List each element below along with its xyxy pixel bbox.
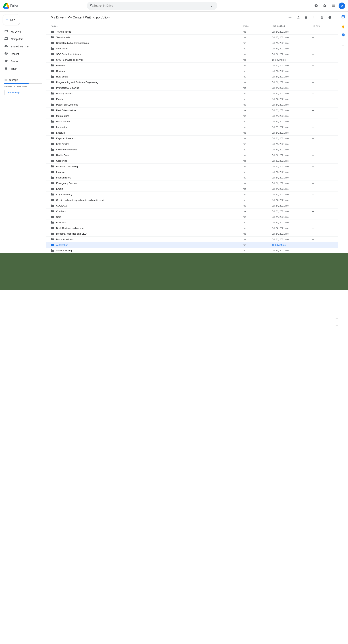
table-row[interactable]: Credit, bad credit, good credit and cred… — [46, 197, 338, 203]
file-name-cell: Cryptocurrency — [51, 193, 243, 196]
avatar[interactable]: U — [338, 2, 345, 9]
file-modified: Jul 24, 2021 me — [272, 176, 312, 179]
table-row[interactable]: Skin Niche me Jul 24, 2021 me — — [46, 46, 338, 52]
apps-button[interactable] — [330, 2, 337, 10]
folder-icon — [51, 198, 54, 202]
table-row[interactable]: Influencers Reviews me Jul 24, 2021 me — — [46, 147, 338, 152]
table-row[interactable]: Blogging, Websites and SEO me Jul 24, 20… — [46, 231, 338, 236]
table-row[interactable]: Affiliate Writing me Jul 24, 2021 me — — [46, 248, 338, 254]
table-row[interactable]: Peter Pan Syndrome me Jul 24, 2021 me — — [46, 102, 338, 108]
move-to-trash-button[interactable] — [302, 14, 310, 21]
table-row[interactable]: Tourism Niche me Jul 24, 2021 me — — [46, 29, 338, 34]
table-row[interactable]: SAS - Software as service me 10:08 AM me… — [46, 57, 338, 63]
get-link-button[interactable] — [286, 14, 294, 21]
table-row[interactable]: Reviews me Jul 24, 2021 me — — [46, 63, 338, 68]
sidebar-item-shared[interactable]: Shared with me — [0, 43, 44, 50]
settings-button[interactable] — [321, 2, 328, 10]
file-modified: Jul 24, 2021 me — [272, 148, 312, 151]
table-row[interactable]: Make Money me Jul 24, 2021 me — — [46, 119, 338, 124]
file-owner: me — [243, 86, 272, 89]
table-row[interactable]: Automation me 10:08 AM me — — [46, 242, 338, 248]
file-size: — — [312, 160, 333, 162]
table-row[interactable]: Chatbots me Jul 24, 2021 me — — [46, 208, 338, 214]
table-row[interactable]: Emergency Survival me Jul 24, 2021 me — — [46, 180, 338, 186]
file-name: Blogging, Websites and SEO — [56, 232, 86, 235]
table-row[interactable]: Programming and Software Engineering me … — [46, 80, 338, 85]
table-row[interactable]: Gardening me Jul 28, 2021 me — — [46, 158, 338, 164]
tasks-panel-button[interactable] — [339, 31, 347, 38]
file-size: — — [312, 75, 333, 78]
more-options-button[interactable] — [310, 14, 317, 21]
table-row[interactable]: Business me Jul 24, 2021 me — — [46, 220, 338, 225]
file-owner: me — [243, 199, 272, 202]
file-owner: me — [243, 165, 272, 168]
table-row[interactable]: Pest Exterminators me Jul 24, 2021 me — — [46, 108, 338, 113]
table-row[interactable]: SEO Optimized Articles me Jul 24, 2021 m… — [46, 52, 338, 57]
file-owner: me — [243, 30, 272, 33]
folder-icon — [51, 52, 54, 56]
table-row[interactable]: Emails me Jul 24, 2021 me — — [46, 186, 338, 192]
search-options-icon[interactable] — [211, 4, 214, 8]
table-row[interactable]: Professional Cleaning me Jul 24, 2021 me… — [46, 85, 338, 91]
file-name: Chatbots — [56, 210, 66, 213]
file-modified: Jul 24, 2021 me — [272, 232, 312, 235]
storage-usage-text: 9.69 GB of 15 GB used — [4, 85, 42, 88]
file-modified: Jul 24, 2021 me — [272, 199, 312, 202]
table-row[interactable]: Fashion Niche me Jul 24, 2021 me — — [46, 175, 338, 180]
folder-icon — [51, 226, 54, 230]
breadcrumb-current[interactable]: My Content Writing portfolio ▾ — [67, 16, 110, 19]
table-row[interactable]: Finance me Jul 24, 2021 me — — [46, 169, 338, 175]
breadcrumb-root[interactable]: My Drive — [51, 16, 64, 19]
buy-storage-button[interactable]: Buy storage — [4, 90, 23, 95]
notes-icon — [341, 25, 345, 29]
table-row[interactable]: Cars me Jul 24, 2021 me — — [46, 214, 338, 220]
folder-icon — [51, 165, 54, 168]
table-row[interactable]: Real Estate me Jul 24, 2021 me — — [46, 74, 338, 80]
table-row[interactable]: Mental Care me Jul 24, 2021 me — — [46, 113, 338, 119]
view-grid-button[interactable] — [318, 14, 325, 21]
table-row[interactable]: Keto Articles me Jul 24, 2021 me — — [46, 141, 338, 147]
table-row[interactable]: Recipes me Jul 24, 2021 me — — [46, 68, 338, 74]
table-row[interactable]: Book Reviews and authors me Jul 24, 2021… — [46, 225, 338, 231]
notes-panel-button[interactable] — [339, 23, 347, 30]
table-row[interactable]: Keyword Research me Jul 24, 2021 me — — [46, 136, 338, 141]
table-row[interactable]: Cryptocurrency me Jul 24, 2021 me — — [46, 192, 338, 197]
file-name: Social Media Marketing Copies — [56, 42, 89, 44]
sidebar-item-recent[interactable]: Recent — [0, 50, 44, 58]
folder-icon — [51, 58, 54, 61]
table-row[interactable]: Black Americans me Jul 24, 2021 me — — [46, 236, 338, 242]
table-row[interactable]: Social Media Marketing Copies me Jul 24,… — [46, 40, 338, 46]
table-row[interactable]: COVID 19 me Jul 24, 2021 me — — [46, 203, 338, 208]
search-bar[interactable] — [87, 2, 217, 10]
folder-icon — [51, 64, 54, 67]
column-name-header[interactable]: Name ↓ — [51, 25, 243, 27]
share-button[interactable] — [294, 14, 302, 21]
file-size: — — [312, 103, 333, 106]
table-row[interactable]: Health Care me Jul 24, 2021 me — — [46, 152, 338, 158]
folder-icon — [51, 36, 54, 39]
search-input[interactable] — [93, 4, 211, 8]
right-panel-divider-1 — [341, 22, 345, 22]
table-row[interactable]: Tesla for sale me Jul 25, 2021 me — — [46, 34, 338, 40]
file-modified: Jul 24, 2021 me — [272, 30, 312, 33]
file-modified: Jul 24, 2021 me — [272, 249, 312, 252]
file-name: Locksmith — [56, 126, 67, 128]
sidebar-item-starred[interactable]: Starred — [0, 58, 44, 65]
file-modified: Jul 24, 2021 me — [272, 64, 312, 67]
sidebar-item-my-drive[interactable]: My Drive — [0, 28, 44, 35]
view-info-button[interactable] — [326, 14, 333, 21]
table-row[interactable]: Lifestyle me Jul 24, 2021 me — — [46, 130, 338, 136]
new-button[interactable]: + New — [3, 14, 20, 25]
help-button[interactable] — [312, 2, 320, 10]
add-apps-button[interactable] — [339, 42, 347, 49]
table-row[interactable]: Food and Gardening me Jul 24, 2021 me — — [46, 164, 338, 169]
table-row[interactable]: Privacy Policies me Jul 24, 2021 me — — [46, 91, 338, 96]
info-icon — [328, 16, 331, 19]
table-row[interactable]: Plants me Jul 24, 2021 me — — [46, 96, 338, 102]
file-name: Plants — [56, 98, 63, 100]
table-row[interactable]: Locksmith me Jul 26, 2021 me — — [46, 124, 338, 130]
storage-bar-background — [4, 83, 42, 84]
sidebar-item-trash[interactable]: Trash — [0, 65, 44, 72]
calendar-panel-button[interactable] — [339, 13, 347, 20]
sidebar-item-computers[interactable]: Computers — [0, 35, 44, 43]
